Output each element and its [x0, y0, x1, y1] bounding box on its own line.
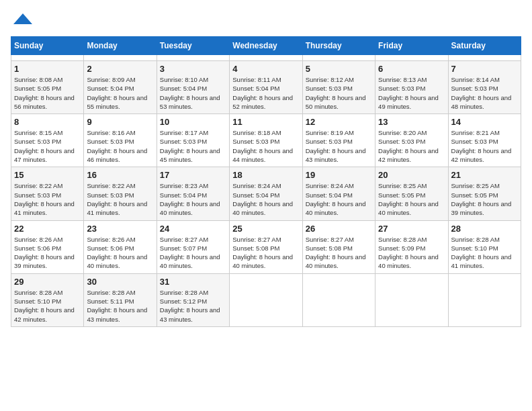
calendar-cell: 19Sunrise: 8:24 AMSunset: 5:04 PMDayligh… — [302, 167, 375, 220]
calendar-cell — [157, 55, 229, 61]
calendar-cell: 14Sunrise: 8:21 AMSunset: 5:03 PMDayligh… — [448, 114, 521, 167]
day-info: Sunrise: 8:13 AMSunset: 5:03 PMDaylight:… — [378, 75, 445, 111]
day-info: Sunrise: 8:15 AMSunset: 5:03 PMDaylight:… — [14, 128, 81, 164]
day-number: 9 — [87, 117, 153, 127]
calendar-cell — [302, 55, 375, 61]
page-header — [11, 11, 521, 30]
calendar-cell: 24Sunrise: 8:27 AMSunset: 5:07 PMDayligh… — [157, 220, 229, 273]
svg-marker-0 — [13, 13, 32, 24]
calendar-cell: 5Sunrise: 8:12 AMSunset: 5:03 PMDaylight… — [302, 61, 375, 114]
day-info: Sunrise: 8:28 AMSunset: 5:11 PMDaylight:… — [87, 288, 153, 324]
calendar-cell: 28Sunrise: 8:28 AMSunset: 5:10 PMDayligh… — [448, 220, 521, 273]
day-number: 28 — [451, 224, 518, 234]
day-number: 27 — [378, 224, 445, 234]
calendar-week-row: 15Sunrise: 8:22 AMSunset: 5:03 PMDayligh… — [11, 167, 521, 220]
calendar-cell: 21Sunrise: 8:25 AMSunset: 5:05 PMDayligh… — [448, 167, 521, 220]
day-info: Sunrise: 8:25 AMSunset: 5:05 PMDaylight:… — [451, 181, 518, 217]
calendar-day-header: Friday — [375, 37, 448, 55]
calendar-week-row: 29Sunrise: 8:28 AMSunset: 5:10 PMDayligh… — [11, 273, 521, 326]
calendar-week-row — [11, 55, 521, 61]
day-number: 20 — [378, 170, 445, 180]
calendar-cell — [302, 273, 375, 326]
calendar-cell: 3Sunrise: 8:10 AMSunset: 5:04 PMDaylight… — [157, 61, 229, 114]
calendar-day-header: Saturday — [448, 37, 521, 55]
day-number: 11 — [232, 117, 299, 127]
calendar-cell — [375, 273, 448, 326]
calendar-cell: 30Sunrise: 8:28 AMSunset: 5:11 PMDayligh… — [84, 273, 157, 326]
day-number: 25 — [232, 224, 299, 234]
day-info: Sunrise: 8:18 AMSunset: 5:03 PMDaylight:… — [232, 128, 299, 164]
calendar-cell: 13Sunrise: 8:20 AMSunset: 5:03 PMDayligh… — [375, 114, 448, 167]
day-number: 26 — [306, 224, 372, 234]
calendar-cell: 4Sunrise: 8:11 AMSunset: 5:04 PMDaylight… — [230, 61, 302, 114]
day-number: 14 — [451, 117, 518, 127]
calendar-cell: 22Sunrise: 8:26 AMSunset: 5:06 PMDayligh… — [11, 220, 84, 273]
day-info: Sunrise: 8:20 AMSunset: 5:03 PMDaylight:… — [378, 128, 445, 164]
day-number: 30 — [87, 277, 153, 287]
day-info: Sunrise: 8:27 AMSunset: 5:08 PMDaylight:… — [232, 235, 299, 271]
day-info: Sunrise: 8:09 AMSunset: 5:04 PMDaylight:… — [87, 75, 153, 111]
calendar-day-header: Sunday — [11, 37, 84, 55]
day-info: Sunrise: 8:28 AMSunset: 5:12 PMDaylight:… — [160, 288, 226, 324]
day-number: 8 — [14, 117, 81, 127]
calendar-cell: 18Sunrise: 8:24 AMSunset: 5:04 PMDayligh… — [230, 167, 302, 220]
calendar-cell: 31Sunrise: 8:28 AMSunset: 5:12 PMDayligh… — [157, 273, 229, 326]
day-info: Sunrise: 8:19 AMSunset: 5:03 PMDaylight:… — [306, 128, 372, 164]
logo — [11, 11, 32, 30]
day-number: 5 — [306, 64, 372, 74]
day-number: 1 — [14, 64, 81, 74]
calendar-week-row: 22Sunrise: 8:26 AMSunset: 5:06 PMDayligh… — [11, 220, 521, 273]
day-info: Sunrise: 8:27 AMSunset: 5:07 PMDaylight:… — [160, 235, 226, 271]
day-info: Sunrise: 8:11 AMSunset: 5:04 PMDaylight:… — [232, 75, 299, 111]
day-info: Sunrise: 8:08 AMSunset: 5:05 PMDaylight:… — [14, 75, 81, 111]
calendar-cell: 25Sunrise: 8:27 AMSunset: 5:08 PMDayligh… — [230, 220, 302, 273]
calendar-cell — [84, 55, 157, 61]
calendar-cell: 12Sunrise: 8:19 AMSunset: 5:03 PMDayligh… — [302, 114, 375, 167]
day-number: 13 — [378, 117, 445, 127]
day-info: Sunrise: 8:14 AMSunset: 5:03 PMDaylight:… — [451, 75, 518, 111]
calendar-cell — [230, 273, 302, 326]
day-info: Sunrise: 8:26 AMSunset: 5:06 PMDaylight:… — [14, 235, 81, 271]
day-number: 23 — [87, 224, 153, 234]
day-number: 7 — [451, 64, 518, 74]
day-info: Sunrise: 8:22 AMSunset: 5:03 PMDaylight:… — [14, 181, 81, 217]
calendar-cell: 6Sunrise: 8:13 AMSunset: 5:03 PMDaylight… — [375, 61, 448, 114]
calendar-cell: 29Sunrise: 8:28 AMSunset: 5:10 PMDayligh… — [11, 273, 84, 326]
calendar-cell: 20Sunrise: 8:25 AMSunset: 5:05 PMDayligh… — [375, 167, 448, 220]
day-number: 15 — [14, 170, 81, 180]
day-info: Sunrise: 8:16 AMSunset: 5:03 PMDaylight:… — [87, 128, 153, 164]
calendar-day-header: Tuesday — [157, 37, 229, 55]
logo-icon — [13, 11, 32, 30]
day-info: Sunrise: 8:24 AMSunset: 5:04 PMDaylight:… — [232, 181, 299, 217]
day-info: Sunrise: 8:27 AMSunset: 5:08 PMDaylight:… — [306, 235, 372, 271]
calendar-cell: 23Sunrise: 8:26 AMSunset: 5:06 PMDayligh… — [84, 220, 157, 273]
day-number: 10 — [160, 117, 226, 127]
calendar-cell — [375, 55, 448, 61]
day-info: Sunrise: 8:28 AMSunset: 5:10 PMDaylight:… — [451, 235, 518, 271]
calendar-day-header: Monday — [84, 37, 157, 55]
day-number: 22 — [14, 224, 81, 234]
day-number: 21 — [451, 170, 518, 180]
day-info: Sunrise: 8:10 AMSunset: 5:04 PMDaylight:… — [160, 75, 226, 111]
calendar-day-header: Thursday — [302, 37, 375, 55]
calendar-cell: 2Sunrise: 8:09 AMSunset: 5:04 PMDaylight… — [84, 61, 157, 114]
day-number: 6 — [378, 64, 445, 74]
day-number: 12 — [306, 117, 372, 127]
day-info: Sunrise: 8:22 AMSunset: 5:03 PMDaylight:… — [87, 181, 153, 217]
day-number: 19 — [306, 170, 372, 180]
calendar-day-header: Wednesday — [230, 37, 302, 55]
day-number: 2 — [87, 64, 153, 74]
day-number: 17 — [160, 170, 226, 180]
calendar-cell: 1Sunrise: 8:08 AMSunset: 5:05 PMDaylight… — [11, 61, 84, 114]
day-info: Sunrise: 8:24 AMSunset: 5:04 PMDaylight:… — [306, 181, 372, 217]
day-info: Sunrise: 8:12 AMSunset: 5:03 PMDaylight:… — [306, 75, 372, 111]
day-info: Sunrise: 8:26 AMSunset: 5:06 PMDaylight:… — [87, 235, 153, 271]
day-number: 24 — [160, 224, 226, 234]
calendar-week-row: 8Sunrise: 8:15 AMSunset: 5:03 PMDaylight… — [11, 114, 521, 167]
day-number: 18 — [232, 170, 299, 180]
day-info: Sunrise: 8:23 AMSunset: 5:04 PMDaylight:… — [160, 181, 226, 217]
day-info: Sunrise: 8:28 AMSunset: 5:10 PMDaylight:… — [14, 288, 81, 324]
calendar-cell: 17Sunrise: 8:23 AMSunset: 5:04 PMDayligh… — [157, 167, 229, 220]
day-number: 3 — [160, 64, 226, 74]
calendar-cell: 10Sunrise: 8:17 AMSunset: 5:03 PMDayligh… — [157, 114, 229, 167]
